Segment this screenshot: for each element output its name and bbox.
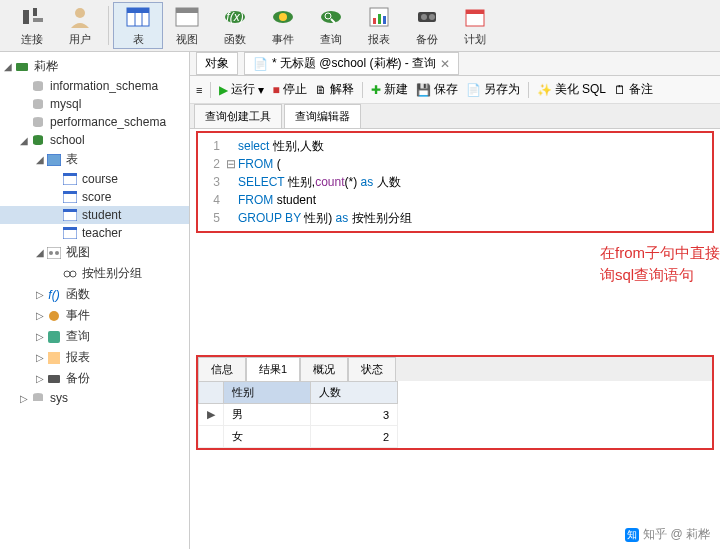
db-information_schema[interactable]: information_schema (0, 77, 189, 95)
svg-rect-58 (33, 395, 43, 401)
reports-folder[interactable]: ▷报表 (0, 347, 189, 368)
toolbar-backup[interactable]: 备份 (403, 2, 451, 49)
database-icon (30, 115, 46, 129)
table-row[interactable]: 女2 (199, 426, 398, 448)
col-header[interactable]: 性别 (224, 382, 311, 404)
sql-editor[interactable]: 1select 性别,人数2⊟FROM (3SELECT 性别,count(*)… (202, 137, 708, 227)
saveas-button[interactable]: 📄另存为 (466, 81, 520, 98)
view-item[interactable]: 按性别分组 (0, 263, 189, 284)
views-folder[interactable]: ◢ 视图 (0, 242, 189, 263)
table-course[interactable]: course (0, 170, 189, 188)
toolbar-schedule[interactable]: 计划 (451, 2, 499, 49)
explain-icon: 🗎 (315, 83, 327, 97)
table-icon (62, 172, 78, 186)
svg-rect-20 (383, 16, 386, 24)
save-button[interactable]: 💾保存 (416, 81, 458, 98)
svg-point-50 (55, 251, 59, 255)
expand-icon: ◢ (34, 247, 46, 258)
db-sys[interactable]: ▷sys (0, 389, 189, 407)
explain-button[interactable]: 🗎解释 (315, 81, 354, 98)
content-area: 对象 📄 * 无标题 @school (莉桦) - 查询 ✕ ≡ ▶运行▾ ■停… (190, 52, 720, 549)
folder-label: 函数 (66, 286, 90, 303)
db-performance_schema[interactable]: performance_schema (0, 113, 189, 131)
user-icon (66, 4, 94, 30)
backup-icon (413, 4, 441, 30)
close-icon[interactable]: ✕ (440, 57, 450, 71)
save-icon: 💾 (416, 83, 431, 97)
svg-text:f(x): f(x) (226, 10, 243, 24)
toolbar-connect[interactable]: 连接 (8, 2, 56, 49)
table-folder-icon (46, 153, 62, 167)
toolbar-query[interactable]: 查询 (307, 2, 355, 49)
beautify-button[interactable]: ✨美化 SQL (537, 81, 606, 98)
zhihu-icon: 知 (625, 528, 639, 542)
db-mysql[interactable]: mysql (0, 95, 189, 113)
fold-icon: ⊟ (226, 155, 238, 173)
tab-builder[interactable]: 查询创建工具 (194, 104, 282, 128)
expand-icon: ◢ (18, 135, 30, 146)
table-student[interactable]: student (0, 206, 189, 224)
collapse-icon: ▷ (34, 310, 46, 321)
connection-root[interactable]: ◢ 莉桦 (0, 56, 189, 77)
table-row[interactable]: ▶男3 (199, 404, 398, 426)
query-icon (46, 330, 62, 344)
btn-label: 美化 SQL (555, 81, 606, 98)
svg-point-53 (49, 311, 59, 321)
functions-folder[interactable]: ▷f()函数 (0, 284, 189, 305)
watermark: 知 知乎 @ 莉桦 (625, 526, 710, 543)
events-folder[interactable]: ▷事件 (0, 305, 189, 326)
result-tab-0[interactable]: 信息 (198, 357, 246, 381)
result-tab-2[interactable]: 概况 (300, 357, 348, 381)
svg-rect-45 (63, 209, 77, 212)
note-button[interactable]: 🗒备注 (614, 81, 653, 98)
item-label: teacher (82, 226, 122, 240)
tb-label: 视图 (176, 32, 198, 47)
tables-folder[interactable]: ◢ 表 (0, 149, 189, 170)
root-label: 莉桦 (34, 58, 58, 75)
table-icon (124, 4, 152, 30)
queries-folder[interactable]: ▷查询 (0, 326, 189, 347)
result-tab-3[interactable]: 状态 (348, 357, 396, 381)
stop-button[interactable]: ■停止 (272, 81, 306, 98)
plug-icon (18, 4, 46, 30)
btn-label: 保存 (434, 81, 458, 98)
new-button[interactable]: ✚新建 (371, 81, 408, 98)
tab-query[interactable]: 📄 * 无标题 @school (莉桦) - 查询 ✕ (244, 52, 459, 75)
run-button[interactable]: ▶运行▾ (219, 81, 264, 98)
svg-point-32 (33, 105, 43, 109)
main-toolbar: 连接用户表视图f(x)函数事件查询报表备份计划 (0, 0, 720, 52)
btn-label: 停止 (283, 81, 307, 98)
result-tab-1[interactable]: 结果1 (246, 357, 300, 381)
toolbar-table[interactable]: 表 (113, 2, 163, 49)
note-icon: 🗒 (614, 83, 626, 97)
tb-label: 计划 (464, 32, 486, 47)
sql-editor-highlight: 1select 性别,人数2⊟FROM (3SELECT 性别,count(*)… (196, 131, 714, 233)
db-school[interactable]: ◢ school (0, 131, 189, 149)
backup-folder[interactable]: ▷备份 (0, 368, 189, 389)
database-icon (30, 97, 46, 111)
menu-button[interactable]: ≡ (196, 84, 202, 96)
line-number: 2 (202, 155, 226, 173)
table-score[interactable]: score (0, 188, 189, 206)
toolbar-view[interactable]: 视图 (163, 2, 211, 49)
toolbar-report[interactable]: 报表 (355, 2, 403, 49)
fold-icon (226, 209, 238, 227)
annotation-text: 在from子句中直接定义视图的查询sql查询语句 (600, 242, 720, 286)
report-icon (365, 4, 393, 30)
database-icon (30, 391, 46, 405)
tab-editor[interactable]: 查询编辑器 (284, 104, 361, 128)
line-number: 1 (202, 137, 226, 155)
result-panel-highlight: 信息结果1概况状态 性别 人数 ▶男3女2 (196, 355, 714, 450)
query-tab-icon: 📄 (253, 57, 268, 71)
svg-point-38 (33, 141, 43, 145)
toolbar-user[interactable]: 用户 (56, 2, 104, 49)
toolbar-event[interactable]: 事件 (259, 2, 307, 49)
col-header[interactable]: 人数 (311, 382, 398, 404)
btn-label: 新建 (384, 81, 408, 98)
table-teacher[interactable]: teacher (0, 224, 189, 242)
tab-object[interactable]: 对象 (196, 52, 238, 75)
event-icon (46, 309, 62, 323)
view-folder-icon (46, 246, 62, 260)
watermark-text: 知乎 @ 莉桦 (643, 526, 710, 543)
toolbar-function[interactable]: f(x)函数 (211, 2, 259, 49)
